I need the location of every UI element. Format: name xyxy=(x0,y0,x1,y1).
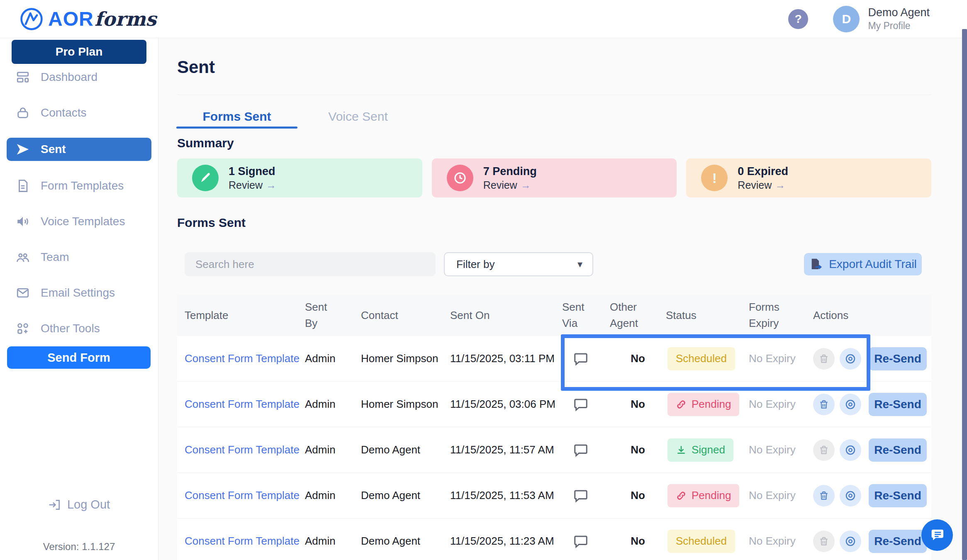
resend-button[interactable]: Re-Send xyxy=(869,347,927,370)
help-button[interactable]: ? xyxy=(788,9,808,29)
contact-cell: Homer Simpson xyxy=(361,398,450,411)
tab-forms-sent[interactable]: Forms Sent xyxy=(176,105,297,129)
app-window: AOR forms ? D Demo Agent My Profile Pro … xyxy=(0,0,967,560)
eye-icon xyxy=(845,444,856,456)
template-link[interactable]: Consent Form Template xyxy=(185,489,305,502)
trash-icon xyxy=(818,445,829,455)
voice-templates-icon xyxy=(16,214,30,229)
contact-cell: Homer Simpson xyxy=(361,352,450,365)
status-badge: Pending xyxy=(667,393,739,416)
column-header-forms-expiry: Forms Expiry xyxy=(749,299,813,331)
chat-widget-button[interactable] xyxy=(921,519,953,551)
sidebar-item-email-settings[interactable]: Email Settings xyxy=(7,282,151,304)
status-label: Scheduled xyxy=(676,535,727,548)
template-link[interactable]: Consent Form Template xyxy=(185,535,305,548)
view-button[interactable] xyxy=(840,394,861,415)
alert-icon: ! xyxy=(701,165,728,191)
view-button[interactable] xyxy=(840,485,861,506)
resend-button[interactable]: Re-Send xyxy=(869,393,927,416)
sidebar-item-voice-templates[interactable]: Voice Templates xyxy=(7,211,151,232)
send-form-button[interactable]: Send Form xyxy=(7,346,151,369)
logout-label: Log Out xyxy=(67,498,110,511)
chat-bubble-icon[interactable] xyxy=(573,397,589,412)
resend-button[interactable]: Re-Send xyxy=(869,530,927,553)
chat-widget-icon xyxy=(929,527,945,543)
delete-button[interactable] xyxy=(813,485,835,506)
table-row: Consent Form Template Admin Demo Agent 1… xyxy=(177,519,931,560)
column-header-sent-via: Sent Via xyxy=(562,299,610,331)
logout-button[interactable]: Log Out xyxy=(0,498,158,511)
view-button[interactable] xyxy=(840,348,861,370)
pending-count: 7 Pending xyxy=(483,165,537,178)
app-logo[interactable]: AOR forms xyxy=(19,7,156,32)
chat-bubble-icon[interactable] xyxy=(573,351,589,366)
expired-summary-card[interactable]: ! 0 Expired Review→ xyxy=(686,158,931,197)
arrow-right-icon: → xyxy=(775,179,785,191)
view-button[interactable] xyxy=(840,439,861,461)
logo-suffix-text: forms xyxy=(95,8,156,30)
chat-bubble-icon[interactable] xyxy=(573,534,589,549)
tab-voice-sent[interactable]: Voice Sent xyxy=(297,105,419,129)
template-link[interactable]: Consent Form Template xyxy=(185,352,305,365)
sidebar-item-sent[interactable]: Sent xyxy=(7,138,151,161)
chat-bubble-icon[interactable] xyxy=(573,443,589,458)
divider xyxy=(177,95,931,95)
sent-on-cell: 11/15/2025, 11:53 AM xyxy=(450,489,562,502)
pending-summary-card[interactable]: 7 Pending Review→ xyxy=(432,158,677,197)
my-profile-link[interactable]: My Profile xyxy=(868,20,930,32)
pending-review-link[interactable]: Review→ xyxy=(483,179,537,191)
summary-heading: Summary xyxy=(177,136,234,150)
template-link[interactable]: Consent Form Template xyxy=(185,398,305,411)
forms-expiry-cell: No Expiry xyxy=(749,352,813,365)
expired-review-link[interactable]: Review→ xyxy=(738,179,788,191)
filter-dropdown[interactable]: Filter by ▾ xyxy=(444,252,593,276)
user-menu[interactable]: Demo Agent My Profile xyxy=(868,6,930,32)
vertical-scrollbar[interactable] xyxy=(962,29,967,560)
logout-icon xyxy=(48,498,61,511)
forms-expiry-cell: No Expiry xyxy=(749,443,813,456)
table-body: Consent Form Template Admin Homer Simpso… xyxy=(177,336,931,560)
sidebar: Pro Plan Dashboard Contacts Sent xyxy=(0,38,158,560)
chat-bubble-icon[interactable] xyxy=(573,488,589,503)
delete-button[interactable] xyxy=(813,394,835,415)
status-label: Pending xyxy=(692,398,731,411)
pro-plan-button[interactable]: Pro Plan xyxy=(12,40,146,64)
other-agent-cell: No xyxy=(610,489,666,502)
export-audit-trail-button[interactable]: Export Audit Trail xyxy=(804,253,922,275)
delete-button[interactable] xyxy=(813,348,835,370)
sent-on-cell: 11/15/2025, 03:11 PM xyxy=(450,352,562,365)
avatar[interactable]: D xyxy=(833,6,860,32)
forms-expiry-cell: No Expiry xyxy=(749,489,813,502)
search-input[interactable] xyxy=(185,252,436,276)
delete-button[interactable] xyxy=(813,439,835,461)
logo-mountain-icon xyxy=(19,7,44,32)
trash-icon xyxy=(818,399,829,410)
column-header-status: Status xyxy=(666,307,749,324)
signed-summary-card[interactable]: 1 Signed Review→ xyxy=(177,158,422,197)
sidebar-item-team[interactable]: Team xyxy=(7,246,151,268)
download-icon xyxy=(676,445,687,455)
signed-review-link[interactable]: Review→ xyxy=(229,179,276,191)
page-title: Sent xyxy=(177,57,215,77)
table-controls: Filter by ▾ Export Audit Trail xyxy=(177,252,931,276)
status-label: Scheduled xyxy=(676,352,727,365)
export-document-icon xyxy=(809,258,822,271)
other-agent-cell: No xyxy=(610,443,666,456)
sidebar-item-other-tools[interactable]: Other Tools xyxy=(7,318,151,339)
sidebar-item-dashboard[interactable]: Dashboard xyxy=(7,66,151,88)
sidebar-item-form-templates[interactable]: Form Templates xyxy=(7,175,151,197)
chevron-down-icon: ▾ xyxy=(577,258,582,270)
table-row: Consent Form Template Admin Homer Simpso… xyxy=(177,336,931,382)
column-header-sent-by: Sent By xyxy=(305,299,361,331)
resend-button[interactable]: Re-Send xyxy=(869,438,927,462)
sent-by-cell: Admin xyxy=(305,535,361,548)
delete-button[interactable] xyxy=(813,531,835,552)
sent-on-cell: 11/15/2025, 03:06 PM xyxy=(450,398,562,411)
column-header-contact: Contact xyxy=(361,307,450,324)
sidebar-item-contacts[interactable]: Contacts xyxy=(7,102,151,124)
column-header-actions: Actions xyxy=(813,307,924,324)
resend-button[interactable]: Re-Send xyxy=(869,484,927,507)
template-link[interactable]: Consent Form Template xyxy=(185,443,305,456)
trash-icon xyxy=(818,490,829,501)
view-button[interactable] xyxy=(840,531,861,552)
